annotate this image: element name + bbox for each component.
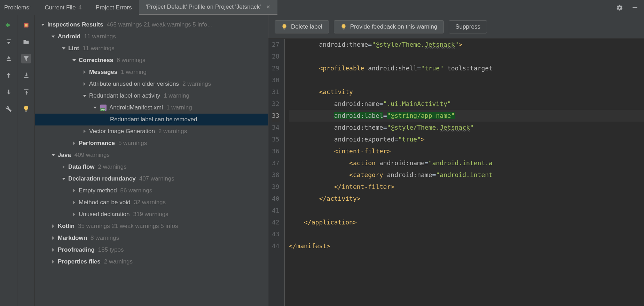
- svg-rect-5: [24, 77, 28, 78]
- gear-icon[interactable]: [615, 3, 625, 13]
- tree-item[interactable]: Kotlin35 warnings 21 weak warnings 5 inf…: [35, 220, 268, 232]
- filter-icon[interactable]: [21, 54, 31, 63]
- chevron-down-icon[interactable]: [61, 176, 67, 182]
- code-editor[interactable]: 272829303132333435363738394041424344 and…: [268, 39, 644, 306]
- tree-item[interactable]: Data flow2 warnings: [35, 161, 268, 173]
- suppress-button[interactable]: Suppress: [449, 20, 487, 33]
- tree-item[interactable]: Empty method56 warnings: [35, 185, 268, 197]
- export-icon[interactable]: [21, 87, 31, 97]
- panel-title: Problems:: [4, 4, 31, 11]
- header-bar: Problems: Current File 4Project Errors'P…: [0, 0, 644, 15]
- svg-rect-6: [24, 90, 28, 90]
- chevron-right-icon[interactable]: [50, 247, 56, 253]
- toolbar-col-2: [17, 15, 35, 306]
- chevron-right-icon[interactable]: [81, 128, 88, 135]
- delete-label-button[interactable]: Delete label: [275, 20, 329, 33]
- chevron-right-icon[interactable]: [71, 199, 77, 206]
- svg-rect-12: [343, 29, 345, 30]
- minimize-icon[interactable]: [630, 3, 640, 13]
- chevron-down-icon[interactable]: [61, 45, 67, 52]
- chevron-right-icon[interactable]: [71, 188, 77, 194]
- svg-rect-2: [7, 60, 11, 61]
- chevron-down-icon[interactable]: [40, 22, 46, 28]
- svg-rect-4: [24, 24, 27, 26]
- action-bar: Delete label Provide feedback on this wa…: [268, 15, 644, 39]
- down-arrow-icon[interactable]: [4, 87, 14, 97]
- wrench-icon[interactable]: [4, 104, 14, 114]
- chevron-right-icon[interactable]: [71, 140, 77, 146]
- header-tabs: Current File 4Project Errors'Project Def…: [38, 0, 615, 15]
- tree-root-count: 465 warnings 21 weak warnings 5 info…: [107, 21, 213, 28]
- svg-rect-7: [25, 111, 27, 112]
- svg-rect-11: [284, 29, 285, 30]
- tree-item[interactable]: Java409 warnings: [35, 149, 268, 161]
- tree-item[interactable]: Markdown8 warnings: [35, 232, 268, 244]
- tree-item[interactable]: Proofreading185 typos: [35, 244, 268, 256]
- tree-item[interactable]: Attribute unused on older versions2 warn…: [35, 78, 268, 90]
- bulb-icon[interactable]: [21, 104, 31, 114]
- collapse-top-icon[interactable]: [4, 37, 14, 47]
- tree-item[interactable]: Correctness6 warnings: [35, 54, 268, 66]
- chevron-right-icon[interactable]: [50, 235, 56, 241]
- toolbar-col-1: [0, 15, 17, 306]
- chevron-right-icon[interactable]: [61, 164, 67, 170]
- tree-item[interactable]: Method can be void32 warnings: [35, 197, 268, 208]
- svg-text:MF: MF: [101, 108, 105, 111]
- chevron-right-icon[interactable]: [71, 211, 77, 217]
- tree-item[interactable]: Redundant label on activity1 warning: [35, 90, 268, 102]
- chevron-right-icon[interactable]: [50, 223, 56, 229]
- chevron-down-icon[interactable]: [71, 57, 77, 63]
- chevron-down-icon[interactable]: [50, 152, 56, 158]
- close-icon[interactable]: ✕: [266, 4, 270, 10]
- line-gutter: 272829303132333435363738394041424344: [268, 39, 285, 306]
- chevron-right-icon[interactable]: [50, 259, 56, 265]
- feedback-button[interactable]: Provide feedback on this warning: [334, 20, 444, 33]
- chevron-right-icon[interactable]: [81, 69, 88, 75]
- tree-item[interactable]: Properties files2 warnings: [35, 256, 268, 268]
- tree-item[interactable]: Android11 warnings: [35, 31, 268, 43]
- tree-root[interactable]: Inspections Results 465 warnings 21 weak…: [35, 19, 268, 31]
- tree-item[interactable]: Unused declaration319 warnings: [35, 208, 268, 220]
- tree-item[interactable]: Declaration redundancy407 warnings: [35, 173, 268, 185]
- folder-icon[interactable]: [21, 37, 31, 47]
- chevron-down-icon[interactable]: [81, 93, 88, 99]
- tree-root-label: Inspections Results: [47, 21, 103, 28]
- code-content[interactable]: android:theme="@style/Theme.Jetsnack"> <…: [285, 39, 644, 306]
- tree-item[interactable]: Vector Image Generation2 warnings: [35, 125, 268, 137]
- manifest-file-icon: MF: [100, 105, 107, 111]
- breakpoint-icon[interactable]: [21, 20, 31, 30]
- tree-item[interactable]: Redundant label can be removed: [35, 114, 268, 125]
- collapse-bottom-icon[interactable]: [4, 54, 14, 63]
- tree-item[interactable]: Performance5 warnings: [35, 137, 268, 149]
- header-tab[interactable]: Current File 4: [38, 0, 89, 15]
- inspection-tree[interactable]: Inspections Results 465 warnings 21 weak…: [35, 15, 268, 306]
- header-tab[interactable]: Project Errors: [89, 0, 139, 15]
- svg-rect-1: [7, 39, 11, 40]
- tree-item[interactable]: MFAndroidManifest.xml1 warning: [35, 102, 268, 114]
- import-icon[interactable]: [21, 70, 31, 80]
- rerun-icon[interactable]: [4, 20, 14, 30]
- chevron-right-icon[interactable]: [81, 81, 88, 87]
- chevron-down-icon[interactable]: [92, 105, 98, 111]
- tree-item[interactable]: Lint11 warnings: [35, 43, 268, 54]
- up-arrow-icon[interactable]: [4, 70, 14, 80]
- chevron-down-icon[interactable]: [50, 33, 56, 40]
- header-tab[interactable]: 'Project Default' Profile on Project 'Je…: [139, 0, 277, 15]
- tree-item[interactable]: Messages1 warning: [35, 66, 268, 78]
- right-panel: Delete label Provide feedback on this wa…: [268, 15, 644, 306]
